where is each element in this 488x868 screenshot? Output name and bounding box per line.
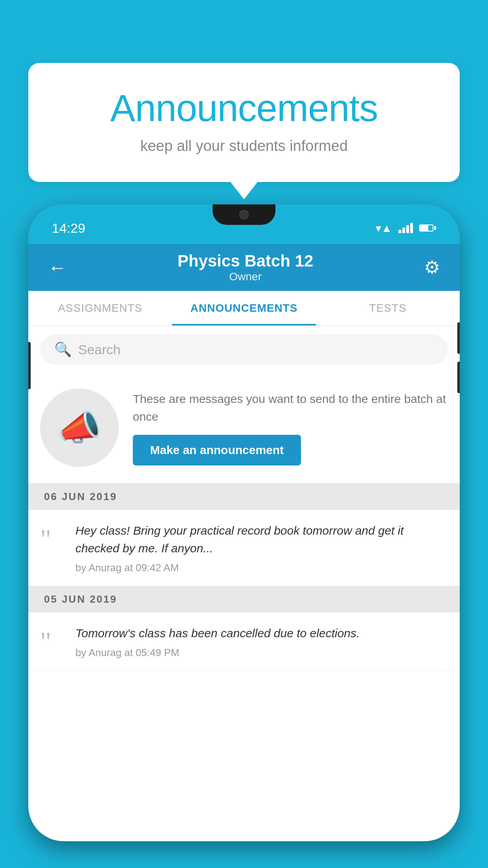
- tab-assignments[interactable]: ASSIGNMENTS: [28, 291, 172, 326]
- megaphone-icon: 📣: [57, 407, 101, 449]
- search-input[interactable]: Search: [78, 342, 121, 357]
- tab-announcements[interactable]: ANNOUNCEMENTS: [172, 291, 316, 326]
- promo-icon-circle: 📣: [40, 388, 119, 467]
- back-button[interactable]: ←: [48, 257, 67, 278]
- search-box[interactable]: 🔍 Search: [40, 334, 448, 365]
- announcement-text-1: Hey class! Bring your practical record b…: [75, 522, 448, 557]
- tabs-bar: ASSIGNMENTS ANNOUNCEMENTS TESTS: [28, 291, 460, 326]
- owner-role-label: Owner: [178, 270, 314, 283]
- announcement-content-1: Hey class! Bring your practical record b…: [75, 522, 448, 574]
- speech-bubble: Announcements keep all your students inf…: [28, 63, 460, 182]
- status-bar: 14:29 ▾▲: [28, 204, 460, 244]
- phone-container: 14:29 ▾▲: [28, 204, 460, 868]
- power-button: [28, 342, 31, 389]
- tab-tests[interactable]: TESTS: [316, 291, 460, 326]
- search-container: 🔍 Search: [28, 326, 460, 373]
- announcement-content-2: Tomorrow's class has been cancelled due …: [75, 624, 448, 659]
- wifi-icon: ▾▲: [376, 222, 392, 235]
- date-header-1: 06 JUN 2019: [28, 484, 460, 510]
- batch-name-title: Physics Batch 12: [178, 252, 314, 270]
- volume-up-button: [457, 322, 460, 354]
- promo-section: 📣 These are messages you want to send to…: [28, 373, 460, 484]
- make-announcement-button[interactable]: Make an announcement: [133, 435, 301, 465]
- phone-notch: [213, 204, 275, 225]
- bubble-subtitle: keep all your students informed: [60, 138, 428, 154]
- search-icon: 🔍: [54, 341, 72, 358]
- battery-icon: [419, 224, 436, 232]
- announcement-item-1[interactable]: " Hey class! Bring your practical record…: [28, 510, 460, 586]
- speech-bubble-section: Announcements keep all your students inf…: [28, 63, 460, 182]
- camera-notch: [239, 210, 249, 219]
- quote-icon-1: ": [40, 526, 64, 553]
- phone-frame: 14:29 ▾▲: [28, 204, 460, 841]
- status-time: 14:29: [52, 221, 85, 236]
- promo-description: These are messages you want to send to t…: [133, 390, 448, 425]
- bubble-title: Announcements: [60, 86, 428, 130]
- announcement-author-1: by Anurag at 09:42 AM: [75, 562, 448, 574]
- quote-icon-2: ": [40, 628, 64, 656]
- app-header: ← Physics Batch 12 Owner ⚙: [28, 244, 460, 291]
- signal-icon: [398, 223, 413, 233]
- settings-icon[interactable]: ⚙: [424, 257, 440, 278]
- phone-screen: 14:29 ▾▲: [28, 204, 460, 841]
- announcement-author-2: by Anurag at 05:49 PM: [75, 647, 448, 659]
- announcement-item-2[interactable]: " Tomorrow's class has been cancelled du…: [28, 612, 460, 671]
- header-title-area: Physics Batch 12 Owner: [178, 252, 314, 283]
- volume-down-button: [457, 362, 460, 393]
- date-header-2: 05 JUN 2019: [28, 586, 460, 612]
- announcement-text-2: Tomorrow's class has been cancelled due …: [75, 624, 448, 642]
- status-icons: ▾▲: [376, 222, 436, 235]
- promo-content: These are messages you want to send to t…: [133, 390, 448, 465]
